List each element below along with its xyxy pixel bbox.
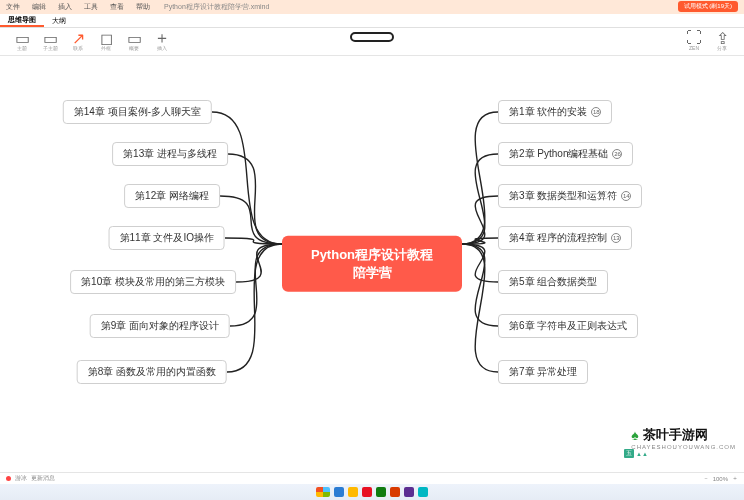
node-label: 第4章 程序的流程控制 bbox=[509, 231, 607, 245]
node-label: 第8章 函数及常用的内置函数 bbox=[88, 365, 216, 379]
tool-label: ZEN bbox=[689, 45, 699, 51]
zoom-in-icon[interactable]: ＋ bbox=[732, 474, 738, 483]
left-node-7[interactable]: 第8章 函数及常用的内置函数 bbox=[77, 360, 227, 384]
tab-outline[interactable]: 大纲 bbox=[44, 14, 74, 27]
right-node-1[interactable]: 第1章 软件的安装18 bbox=[498, 100, 612, 124]
toolbar: ▭主题▭子主题↗联系◻外框▭概要＋插入 ⛶ZEN⇪分享 bbox=[0, 28, 744, 56]
tab-mindmap[interactable]: 思维导图 bbox=[0, 14, 44, 27]
zoom-level: 100% bbox=[713, 476, 728, 482]
central-topic[interactable]: Python程序设计教程 陪学营 bbox=[282, 236, 462, 292]
node-label: 第5章 组合数据类型 bbox=[509, 275, 597, 289]
central-topic-line1: Python程序设计教程 bbox=[300, 246, 444, 264]
tool-label: 主题 bbox=[17, 45, 27, 51]
app-window: 文件 编辑 插入 工具 查看 帮助 Python程序设计教程陪学营.xmind … bbox=[0, 0, 744, 500]
left-node-1[interactable]: 第14章 项目案例-多人聊天室 bbox=[63, 100, 212, 124]
node-label: 第12章 网络编程 bbox=[135, 189, 209, 203]
node-label: 第3章 数据类型和运算符 bbox=[509, 189, 617, 203]
mindmap-canvas[interactable]: Python程序设计教程 陪学营 第14章 项目案例-多人聊天室第13章 进程与… bbox=[0, 56, 744, 472]
node-label: 第6章 字符串及正则表达式 bbox=[509, 319, 627, 333]
tool-label: 概要 bbox=[129, 45, 139, 51]
menu-tools[interactable]: 工具 bbox=[78, 2, 104, 12]
left-node-5[interactable]: 第10章 模块及常用的第三方模块 bbox=[70, 270, 236, 294]
left-node-3[interactable]: 第12章 网络编程 bbox=[124, 184, 220, 208]
windows-taskbar bbox=[0, 484, 744, 500]
right-node-5[interactable]: 第5章 组合数据类型 bbox=[498, 270, 608, 294]
summary-icon: ◻ bbox=[100, 32, 112, 44]
menu-view[interactable]: 查看 bbox=[104, 2, 130, 12]
taskbar-app-5[interactable] bbox=[390, 487, 400, 497]
child-count-badge[interactable]: 14 bbox=[621, 191, 631, 201]
node-label: 第7章 异常处理 bbox=[509, 365, 577, 379]
tool-sub[interactable]: ▭子主题 bbox=[38, 32, 62, 52]
node-label: 第13章 进程与多线程 bbox=[123, 147, 217, 161]
boundary-icon: ▭ bbox=[128, 32, 140, 44]
tool-label: 联系 bbox=[73, 45, 83, 51]
tool-summary[interactable]: ◻外框 bbox=[94, 32, 118, 52]
node-label: 第14章 项目案例-多人聊天室 bbox=[74, 105, 201, 119]
tool-label: 子主题 bbox=[43, 45, 58, 51]
menu-help[interactable]: 帮助 bbox=[130, 2, 156, 12]
start-button[interactable] bbox=[316, 487, 330, 497]
right-node-2[interactable]: 第2章 Python编程基础26 bbox=[498, 142, 633, 166]
taskbar-app-7[interactable] bbox=[418, 487, 428, 497]
tool-zen[interactable]: ⛶ZEN bbox=[682, 32, 706, 52]
left-node-2[interactable]: 第13章 进程与多线程 bbox=[112, 142, 228, 166]
left-node-4[interactable]: 第11章 文件及IO操作 bbox=[109, 226, 225, 250]
status-bar: 游冰 更新消息 － 100% ＋ bbox=[0, 472, 744, 484]
tool-topic[interactable]: ▭主题 bbox=[10, 32, 34, 52]
taskbar-app-3[interactable] bbox=[362, 487, 372, 497]
topic-icon: ▭ bbox=[16, 32, 28, 44]
menu-bar: 文件 编辑 插入 工具 查看 帮助 Python程序设计教程陪学营.xmind … bbox=[0, 0, 744, 14]
menu-insert[interactable]: 插入 bbox=[52, 2, 78, 12]
tool-label: 分享 bbox=[717, 45, 727, 51]
zen-icon: ⛶ bbox=[688, 32, 700, 44]
view-tabs: 思维导图 大纲 bbox=[0, 14, 744, 28]
trial-badge[interactable]: 试用模式 (剩19天) bbox=[678, 1, 738, 12]
ime-indicator: 五五▲▲▲▲ bbox=[624, 449, 648, 458]
tool-boundary[interactable]: ▭概要 bbox=[122, 32, 146, 52]
zoom-out-icon[interactable]: － bbox=[703, 474, 709, 483]
watermark-brand: 茶叶手游网 bbox=[643, 426, 708, 444]
node-label: 第9章 面向对象的程序设计 bbox=[101, 319, 219, 333]
left-node-6[interactable]: 第9章 面向对象的程序设计 bbox=[90, 314, 230, 338]
menu-edit[interactable]: 编辑 bbox=[26, 2, 52, 12]
taskbar-app-4[interactable] bbox=[376, 487, 386, 497]
taskbar-app-1[interactable] bbox=[334, 487, 344, 497]
tool-label: 插入 bbox=[157, 45, 167, 51]
status-updates[interactable]: 更新消息 bbox=[31, 474, 55, 483]
tool-insert[interactable]: ＋插入 bbox=[150, 32, 174, 52]
tool-link[interactable]: ↗联系 bbox=[66, 32, 90, 52]
child-count-badge[interactable]: 26 bbox=[612, 149, 622, 159]
taskbar-app-6[interactable] bbox=[404, 487, 414, 497]
link-icon: ↗ bbox=[72, 32, 84, 44]
share-icon: ⇪ bbox=[716, 32, 728, 44]
watermark: ♠茶叶手游网 CHAYESHOUYOUWANG.COM bbox=[631, 426, 736, 450]
tool-label: 外框 bbox=[101, 45, 111, 51]
right-node-4[interactable]: 第4章 程序的流程控制13 bbox=[498, 226, 632, 250]
sub-icon: ▭ bbox=[44, 32, 56, 44]
status-user: 游冰 bbox=[15, 474, 27, 483]
right-node-3[interactable]: 第3章 数据类型和运算符14 bbox=[498, 184, 642, 208]
document-filename: Python程序设计教程陪学营.xmind bbox=[164, 2, 269, 12]
child-count-badge[interactable]: 13 bbox=[611, 233, 621, 243]
node-label: 第10章 模块及常用的第三方模块 bbox=[81, 275, 225, 289]
right-node-6[interactable]: 第6章 字符串及正则表达式 bbox=[498, 314, 638, 338]
central-topic-line2: 陪学营 bbox=[300, 264, 444, 282]
taskbar-app-2[interactable] bbox=[348, 487, 358, 497]
tool-share[interactable]: ⇪分享 bbox=[710, 32, 734, 52]
node-label: 第2章 Python编程基础 bbox=[509, 147, 608, 161]
watermark-domain: CHAYESHOUYOUWANG.COM bbox=[631, 444, 736, 450]
child-count-badge[interactable]: 18 bbox=[591, 107, 601, 117]
node-label: 第11章 文件及IO操作 bbox=[120, 231, 214, 245]
insert-icon: ＋ bbox=[156, 32, 168, 44]
right-node-7[interactable]: 第7章 异常处理 bbox=[498, 360, 588, 384]
status-dot-icon bbox=[6, 476, 11, 481]
leaf-icon: ♠ bbox=[631, 427, 638, 443]
node-label: 第1章 软件的安装 bbox=[509, 105, 587, 119]
menu-file[interactable]: 文件 bbox=[0, 2, 26, 12]
zen-pill[interactable] bbox=[350, 32, 394, 42]
